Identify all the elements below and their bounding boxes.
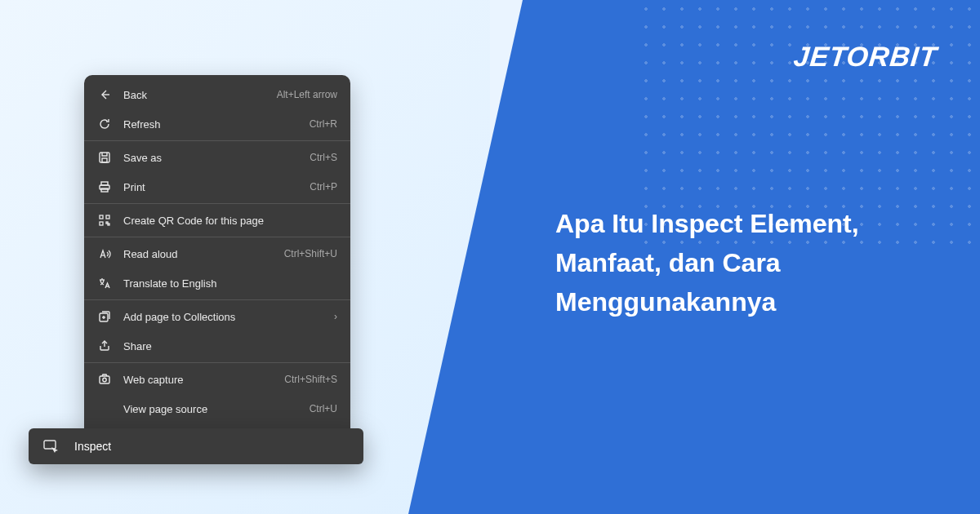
menu-item-label: Save as — [123, 152, 310, 164]
read-aloud-icon — [97, 246, 112, 261]
menu-separator — [84, 362, 350, 363]
chevron-right-icon: › — [334, 311, 337, 322]
menu-item-refresh[interactable]: RefreshCtrl+R — [84, 109, 350, 139]
print-icon — [97, 179, 112, 194]
collections-icon — [97, 309, 112, 324]
inspect-label: Inspect — [74, 440, 111, 453]
menu-item-share[interactable]: Share — [84, 331, 350, 361]
menu-item-label: Create QR Code for this page — [123, 215, 337, 227]
menu-separator — [84, 237, 350, 237]
menu-item-web-capture[interactable]: Web captureCtrl+Shift+S — [84, 365, 350, 394]
page-title: Apa Itu Inspect Element, Manfaat, dan Ca… — [555, 204, 931, 321]
none-icon — [97, 401, 112, 416]
menu-item-back[interactable]: BackAlt+Left arrow — [84, 80, 350, 109]
context-menu[interactable]: BackAlt+Left arrowRefreshCtrl+RSave asCt… — [84, 75, 350, 428]
svg-rect-5 — [101, 188, 108, 192]
menu-item-label: Web capture — [123, 374, 284, 386]
menu-item-label: Print — [123, 181, 310, 193]
menu-separator — [84, 140, 350, 141]
qr-icon — [97, 213, 112, 228]
menu-item-label: Back — [123, 89, 277, 101]
menu-item-save[interactable]: Save asCtrl+S — [84, 143, 350, 172]
menu-item-collections[interactable]: Add page to Collections› — [84, 302, 350, 331]
share-icon — [97, 339, 112, 353]
inspect-menu-item[interactable]: Inspect — [29, 428, 363, 464]
menu-separator — [84, 203, 350, 204]
web-capture-icon — [97, 372, 112, 387]
menu-item-shortcut: Alt+Left arrow — [277, 89, 337, 100]
menu-item-shortcut: Ctrl+R — [310, 118, 337, 130]
svg-rect-18 — [44, 441, 56, 449]
svg-rect-16 — [100, 376, 109, 383]
menu-item-shortcut: Ctrl+P — [310, 181, 337, 193]
save-icon — [97, 150, 112, 165]
menu-item-shortcut: Ctrl+U — [310, 403, 337, 414]
menu-item-print[interactable]: PrintCtrl+P — [84, 172, 350, 202]
svg-rect-8 — [100, 222, 103, 225]
back-icon — [97, 87, 112, 102]
translate-icon — [97, 276, 112, 290]
menu-item-label: View page source — [123, 403, 310, 415]
menu-item-translate[interactable]: Translate to English — [84, 268, 350, 298]
svg-rect-1 — [100, 153, 109, 162]
svg-rect-6 — [100, 215, 103, 219]
menu-item-label: Share — [123, 340, 337, 352]
menu-item-label: Translate to English — [123, 277, 337, 290]
menu-separator — [84, 299, 350, 300]
menu-item-qr[interactable]: Create QR Code for this page — [84, 206, 350, 235]
menu-item-none[interactable]: View page sourceCtrl+U — [84, 394, 350, 423]
context-menu-container: BackAlt+Left arrowRefreshCtrl+RSave asCt… — [29, 75, 363, 464]
menu-item-shortcut: Ctrl+Shift+S — [284, 374, 337, 385]
menu-item-label: Add page to Collections — [123, 311, 334, 323]
menu-item-shortcut: Ctrl+Shift+U — [284, 248, 337, 259]
menu-item-shortcut: Ctrl+S — [310, 152, 337, 163]
menu-item-label: Refresh — [123, 118, 310, 131]
refresh-icon — [97, 117, 112, 131]
svg-point-17 — [103, 378, 106, 381]
menu-item-label: Read aloud — [123, 248, 284, 260]
menu-item-read-aloud[interactable]: Read aloudCtrl+Shift+U — [84, 239, 350, 268]
svg-rect-2 — [102, 158, 107, 162]
inspect-icon — [43, 439, 60, 454]
svg-rect-7 — [106, 215, 109, 219]
svg-rect-10 — [108, 224, 109, 225]
brand-logo: JETORBIT — [792, 41, 939, 73]
